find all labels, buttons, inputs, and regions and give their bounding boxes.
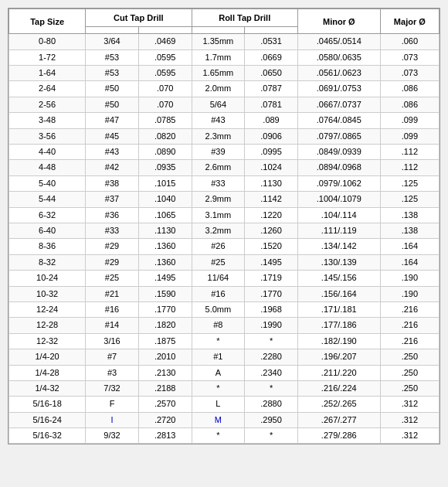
- table-cell: 5/16-18: [9, 397, 86, 412]
- table-cell: .1130: [245, 175, 298, 191]
- table-cell: .1015: [138, 175, 192, 191]
- table-row: 8-36#29.1360#26.1520.134/.142.164: [9, 239, 440, 254]
- table-cell: #33: [192, 175, 245, 191]
- table-cell: .1495: [245, 254, 298, 270]
- table-cell: *: [192, 428, 245, 444]
- table-cell: .0785: [138, 113, 192, 128]
- table-cell: #29: [86, 254, 139, 270]
- table-row: 10-24#25.149511/64.1719.145/.156.190: [9, 271, 440, 286]
- table-cell: .1040: [138, 192, 192, 207]
- table-cell: .312: [380, 397, 439, 412]
- table-cell: 5/16-32: [9, 428, 86, 444]
- table-cell: .190: [380, 286, 439, 301]
- table-cell: 5/64: [192, 97, 245, 112]
- table-cell: #50: [86, 97, 139, 112]
- table-cell: 3/64: [86, 34, 139, 49]
- table-cell: .089: [245, 113, 298, 128]
- table-cell: .164: [380, 254, 439, 270]
- table-cell: 1.35mm: [192, 34, 245, 49]
- table-cell: .1360: [138, 254, 192, 270]
- header-cut-tap: Cut Tap Drill: [86, 9, 192, 27]
- table-row: 1/4-20#7.2010#1.2280.196/.207.250: [9, 349, 440, 365]
- header-minor: Minor Ø: [297, 9, 380, 34]
- table-cell: 11/64: [192, 271, 245, 286]
- table-cell: .138: [380, 207, 439, 223]
- table-cell: .125: [380, 175, 439, 191]
- table-cell: .1142: [245, 192, 298, 207]
- table-cell: .099: [380, 113, 439, 128]
- table-cell: .073: [380, 66, 439, 81]
- table-cell: I: [86, 412, 139, 427]
- table-cell: 4-40: [9, 145, 86, 160]
- table-cell: .2130: [138, 365, 192, 380]
- table-cell: .2010: [138, 349, 192, 365]
- table-cell: .1719: [245, 271, 298, 286]
- table-cell: #8: [192, 318, 245, 333]
- table-row: 3-48#47.0785#43.089.0764/.0845.099: [9, 113, 440, 128]
- table-cell: 0-80: [9, 34, 86, 49]
- table-cell: 5-44: [9, 192, 86, 207]
- table-cell: *: [245, 428, 298, 444]
- header-roll1: [192, 27, 245, 34]
- table-row: 1-72#53.05951.7mm.0669.0580/.0635.073: [9, 49, 440, 65]
- header-roll2: [245, 27, 298, 34]
- table-cell: 3-48: [9, 113, 86, 128]
- table-cell: #25: [86, 271, 139, 286]
- table-cell: .1770: [138, 301, 192, 317]
- table-cell: #45: [86, 128, 139, 144]
- table-cell: 12-24: [9, 301, 86, 317]
- table-cell: .2950: [245, 412, 298, 427]
- table-cell: .134/.142: [297, 239, 380, 254]
- table-cell: *: [245, 333, 298, 349]
- table-row: 0-803/64.04691.35mm.0531.0465/.0514.060: [9, 34, 440, 49]
- table-cell: #43: [86, 145, 139, 160]
- table-cell: .0531: [245, 34, 298, 49]
- table-cell: .0787: [245, 81, 298, 97]
- table-row: 1/4-327/32.2188**.216/.224.250: [9, 380, 440, 396]
- table-cell: .252/.265: [297, 397, 380, 412]
- table-cell: 7/32: [86, 380, 139, 396]
- table-cell: F: [86, 397, 139, 412]
- table-cell: .086: [380, 81, 439, 97]
- table-cell: .216: [380, 318, 439, 333]
- table-cell: 3.2mm: [192, 223, 245, 238]
- table-cell: 12-32: [9, 333, 86, 349]
- table-cell: 10-24: [9, 271, 86, 286]
- table-cell: .0979/.1062: [297, 175, 380, 191]
- table-cell: *: [192, 333, 245, 349]
- table-cell: .0906: [245, 128, 298, 144]
- table-cell: #53: [86, 66, 139, 81]
- table-cell: #14: [86, 318, 139, 333]
- table-cell: .279/.286: [297, 428, 380, 444]
- table-cell: .0890: [138, 145, 192, 160]
- table-cell: .145/.156: [297, 271, 380, 286]
- table-cell: .156/.164: [297, 286, 380, 301]
- table-cell: A: [192, 365, 245, 380]
- table-cell: .0820: [138, 128, 192, 144]
- table-cell: 8-32: [9, 254, 86, 270]
- table-cell: 2.9mm: [192, 192, 245, 207]
- table-cell: .2720: [138, 412, 192, 427]
- table-cell: #16: [86, 301, 139, 317]
- table-cell: .1360: [138, 239, 192, 254]
- table-cell: #53: [86, 49, 139, 65]
- tap-drill-table: Tap Size Cut Tap Drill Roll Tap Drill Mi…: [8, 9, 440, 444]
- table-cell: 2-56: [9, 97, 86, 112]
- table-cell: .1770: [245, 286, 298, 301]
- table-cell: 1/4-32: [9, 380, 86, 396]
- table-cell: 1.7mm: [192, 49, 245, 65]
- table-cell: .0781: [245, 97, 298, 112]
- table-cell: .0465/.0514: [297, 34, 380, 49]
- table-cell: #3: [86, 365, 139, 380]
- table-cell: .2570: [138, 397, 192, 412]
- table-cell: 3.1mm: [192, 207, 245, 223]
- table-cell: 2.0mm: [192, 81, 245, 97]
- table-cell: 5.0mm: [192, 301, 245, 317]
- table-cell: #39: [192, 145, 245, 160]
- table-cell: 9/32: [86, 428, 139, 444]
- table-cell: .2880: [245, 397, 298, 412]
- table-cell: .1520: [245, 239, 298, 254]
- table-row: 12-24#16.17705.0mm.1968.171/.181.216: [9, 301, 440, 317]
- table-cell: .1024: [245, 160, 298, 175]
- table-cell: #26: [192, 239, 245, 254]
